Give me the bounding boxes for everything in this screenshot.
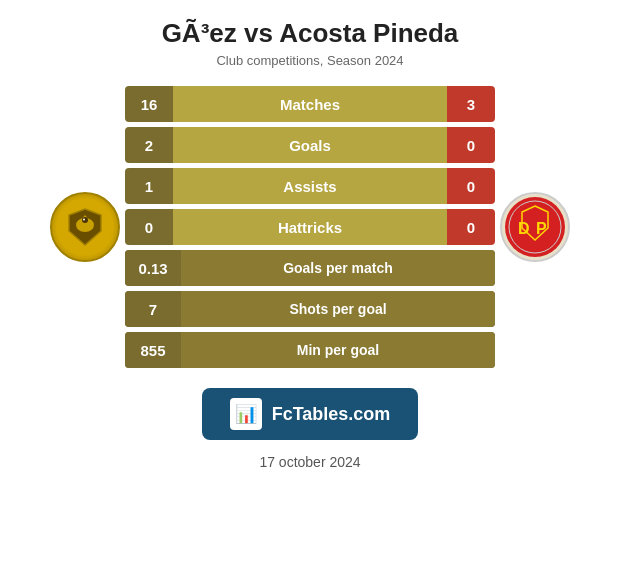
stat-val-right-goals: 0: [447, 127, 495, 163]
right-club-logo: D P: [495, 192, 575, 262]
stat-row-min-per-goal: 855 Min per goal: [125, 332, 495, 368]
stat-val-left-min-per-goal: 855: [125, 332, 181, 368]
stat-val-left-goals: 2: [125, 127, 173, 163]
fctables-icon: 📊: [230, 398, 262, 430]
stat-val-left-assists: 1: [125, 168, 173, 204]
stat-label-min-per-goal: Min per goal: [181, 332, 495, 368]
stat-row-hattricks: 0 Hattricks 0: [125, 209, 495, 245]
stat-label-goals: Goals: [173, 127, 447, 163]
stat-val-right-assists: 0: [447, 168, 495, 204]
stat-val-left-matches: 16: [125, 86, 173, 122]
date-text: 17 october 2024: [259, 454, 360, 470]
left-club-logo: [45, 192, 125, 262]
fctables-text: FcTables.com: [272, 404, 391, 425]
svg-point-6: [83, 219, 85, 221]
stat-label-assists: Assists: [173, 168, 447, 204]
aguilas-doradas-logo: [50, 192, 120, 262]
stats-rows: 16 Matches 3 2 Goals 0 1 Assists 0 0 Hat…: [125, 86, 495, 368]
svg-text:D: D: [518, 220, 530, 237]
stat-val-right-hattricks: 0: [447, 209, 495, 245]
page-title: GÃ³ez vs Acosta Pineda: [162, 18, 459, 49]
stats-section: 16 Matches 3 2 Goals 0 1 Assists 0 0 Hat…: [0, 86, 620, 368]
stat-label-matches: Matches: [173, 86, 447, 122]
stat-row-goals-per-match: 0.13 Goals per match: [125, 250, 495, 286]
stat-val-right-matches: 3: [447, 86, 495, 122]
stat-row-assists: 1 Assists 0: [125, 168, 495, 204]
stat-row-shots-per-goal: 7 Shots per goal: [125, 291, 495, 327]
stat-val-left-hattricks: 0: [125, 209, 173, 245]
deportivo-pereira-logo: D P: [500, 192, 570, 262]
stat-label-shots-per-goal: Shots per goal: [181, 291, 495, 327]
stat-row-goals: 2 Goals 0: [125, 127, 495, 163]
page-container: GÃ³ez vs Acosta Pineda Club competitions…: [0, 0, 620, 580]
aguilas-crest-icon: [63, 205, 107, 249]
svg-point-5: [82, 217, 88, 223]
page-subtitle: Club competitions, Season 2024: [216, 53, 403, 68]
pereira-crest-icon: D P: [508, 200, 562, 254]
stat-label-hattricks: Hattricks: [173, 209, 447, 245]
stat-label-goals-per-match: Goals per match: [181, 250, 495, 286]
stat-row-matches: 16 Matches 3: [125, 86, 495, 122]
stat-val-left-shots-per-goal: 7: [125, 291, 181, 327]
fctables-banner[interactable]: 📊 FcTables.com: [202, 388, 419, 440]
stat-val-left-goals-per-match: 0.13: [125, 250, 181, 286]
